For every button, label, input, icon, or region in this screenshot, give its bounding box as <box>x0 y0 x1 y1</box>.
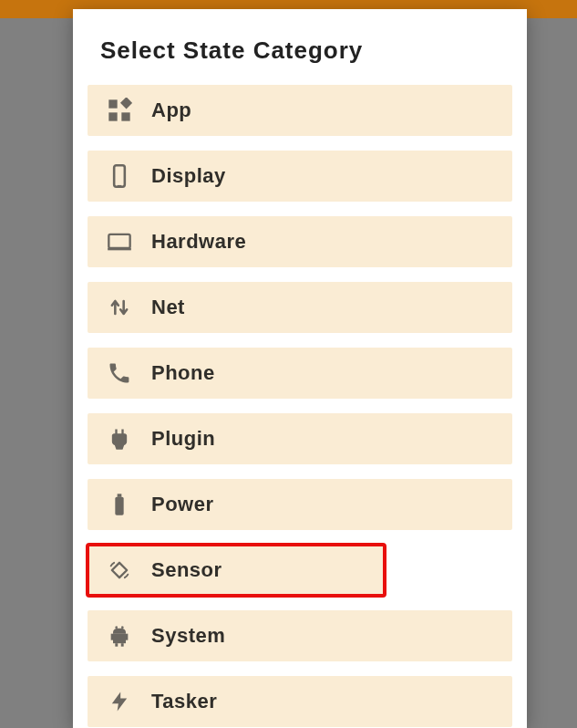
category-item-label: Tasker <box>151 690 217 713</box>
category-item-sensor[interactable]: Sensor <box>88 545 385 596</box>
svg-rect-7 <box>108 248 131 250</box>
category-item-power[interactable]: Power <box>88 479 512 530</box>
category-item-hardware[interactable]: Hardware <box>88 216 512 267</box>
category-item-label: System <box>151 624 225 648</box>
svg-rect-6 <box>108 234 129 248</box>
svg-rect-16 <box>121 643 124 647</box>
svg-rect-9 <box>118 494 122 497</box>
svg-rect-8 <box>115 497 123 515</box>
svg-rect-1 <box>108 112 117 120</box>
category-list: App Display Hardware Net <box>73 85 527 727</box>
svg-rect-0 <box>108 99 117 108</box>
category-item-label: Display <box>151 164 226 188</box>
category-item-label: Plugin <box>151 427 215 451</box>
category-item-label: Phone <box>151 361 215 385</box>
display-icon <box>88 163 151 189</box>
category-item-label: Net <box>151 296 185 319</box>
tasker-icon <box>88 689 151 714</box>
svg-rect-14 <box>113 634 126 644</box>
apps-icon <box>88 98 151 123</box>
category-item-label: Sensor <box>151 558 222 582</box>
svg-rect-17 <box>111 634 113 640</box>
svg-rect-3 <box>120 98 132 109</box>
category-item-label: App <box>151 99 191 122</box>
net-icon <box>88 295 151 320</box>
system-icon <box>88 623 151 649</box>
category-item-label: Hardware <box>151 230 246 254</box>
dialog-title: Select State Category <box>73 9 527 85</box>
svg-rect-15 <box>115 643 118 647</box>
svg-rect-4 <box>114 165 125 186</box>
power-icon <box>88 492 151 517</box>
select-state-category-dialog: Select State Category App Display Hardwa… <box>73 9 527 728</box>
category-item-tasker[interactable]: Tasker <box>88 676 512 727</box>
svg-rect-5 <box>118 185 122 186</box>
category-item-net[interactable]: Net <box>88 282 512 333</box>
category-item-display[interactable]: Display <box>88 151 512 202</box>
category-item-label: Power <box>151 493 214 516</box>
category-item-app[interactable]: App <box>88 85 512 136</box>
plugin-icon <box>88 426 151 452</box>
phone-icon <box>88 360 151 386</box>
sensor-icon <box>88 557 151 583</box>
svg-rect-2 <box>121 112 129 120</box>
category-item-system[interactable]: System <box>88 610 512 661</box>
category-item-plugin[interactable]: Plugin <box>88 413 512 464</box>
hardware-icon <box>88 229 151 255</box>
category-item-phone[interactable]: Phone <box>88 348 512 399</box>
svg-rect-18 <box>126 634 128 640</box>
